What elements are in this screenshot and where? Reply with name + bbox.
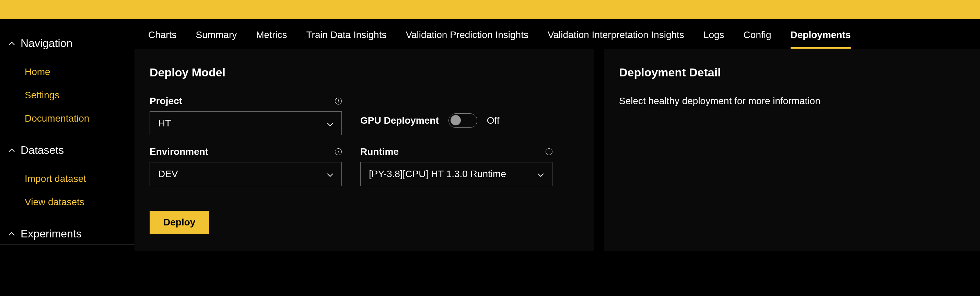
form-group-gpu: GPU Deployment Off — [360, 96, 500, 135]
tab-validation-prediction-insights[interactable]: Validation Prediction Insights — [406, 30, 528, 49]
sidebar-header-experiments[interactable]: Experiments — [0, 223, 135, 245]
tab-logs[interactable]: Logs — [703, 30, 724, 49]
label-gpu: GPU Deployment — [360, 115, 439, 126]
panel-title-detail: Deployment Detail — [619, 66, 965, 79]
tab-metrics[interactable]: Metrics — [256, 30, 287, 49]
sidebar-header-datasets[interactable]: Datasets — [0, 140, 135, 161]
tab-train-data-insights[interactable]: Train Data Insights — [306, 30, 387, 49]
sidebar-title: Navigation — [21, 37, 72, 50]
panel-title-deploy: Deploy Model — [150, 66, 579, 79]
info-icon[interactable]: i — [335, 148, 342, 155]
tab-summary[interactable]: Summary — [196, 30, 237, 49]
chevron-down-icon — [538, 169, 544, 179]
deploy-button[interactable]: Deploy — [150, 211, 209, 234]
sidebar-item-home[interactable]: Home — [0, 60, 135, 84]
sidebar-section-datasets: Datasets Import dataset View datasets — [0, 140, 135, 220]
info-icon[interactable]: i — [546, 148, 552, 155]
sidebar-item-import-dataset[interactable]: Import dataset — [0, 167, 135, 190]
chevron-up-icon — [8, 41, 15, 46]
sidebar-section-navigation: Navigation Home Settings Documentation — [0, 33, 135, 136]
sidebar-item-documentation[interactable]: Documentation — [0, 107, 135, 130]
sidebar-header-navigation[interactable]: Navigation — [0, 33, 135, 54]
deployment-detail-panel: Deployment Detail Select healthy deploym… — [604, 49, 980, 251]
select-value: HT — [158, 118, 171, 129]
chevron-down-icon — [327, 118, 333, 129]
label-environment: Environment — [150, 146, 208, 157]
tab-validation-interpretation-insights[interactable]: Validation Interpretation Insights — [548, 30, 684, 49]
toggle-gpu[interactable] — [449, 113, 477, 128]
form-group-runtime: Runtime i [PY-3.8][CPU] HT 1.3.0 Runtime — [360, 146, 552, 186]
select-project[interactable]: HT — [150, 111, 342, 135]
sidebar-item-settings[interactable]: Settings — [0, 84, 135, 107]
chevron-up-icon — [8, 232, 15, 236]
select-environment[interactable]: DEV — [150, 162, 342, 186]
toggle-knob — [450, 115, 461, 125]
tab-config[interactable]: Config — [744, 30, 772, 49]
label-runtime: Runtime — [360, 146, 399, 157]
sidebar: Navigation Home Settings Documentation D… — [0, 19, 135, 296]
tab-deployments[interactable]: Deployments — [791, 30, 851, 49]
tab-charts[interactable]: Charts — [148, 30, 177, 49]
main: Charts Summary Metrics Train Data Insigh… — [135, 19, 980, 296]
toggle-state: Off — [487, 115, 500, 126]
sidebar-title: Datasets — [21, 144, 64, 157]
detail-text: Select healthy deployment for more infor… — [619, 96, 965, 106]
top-bar — [0, 0, 980, 19]
sidebar-section-experiments: Experiments — [0, 223, 135, 245]
sidebar-title: Experiments — [21, 228, 82, 240]
chevron-up-icon — [8, 148, 15, 152]
info-icon[interactable]: i — [335, 98, 342, 104]
deploy-model-panel: Deploy Model Project i HT — [135, 49, 593, 251]
chevron-down-icon — [327, 169, 333, 179]
tabs: Charts Summary Metrics Train Data Insigh… — [135, 19, 980, 49]
select-value: DEV — [158, 169, 178, 179]
select-value: [PY-3.8][CPU] HT 1.3.0 Runtime — [369, 169, 506, 179]
select-runtime[interactable]: [PY-3.8][CPU] HT 1.3.0 Runtime — [360, 162, 552, 186]
sidebar-item-view-datasets[interactable]: View datasets — [0, 190, 135, 214]
form-group-environment: Environment i DEV — [150, 146, 342, 186]
label-project: Project — [150, 96, 182, 106]
form-group-project: Project i HT — [150, 96, 342, 135]
